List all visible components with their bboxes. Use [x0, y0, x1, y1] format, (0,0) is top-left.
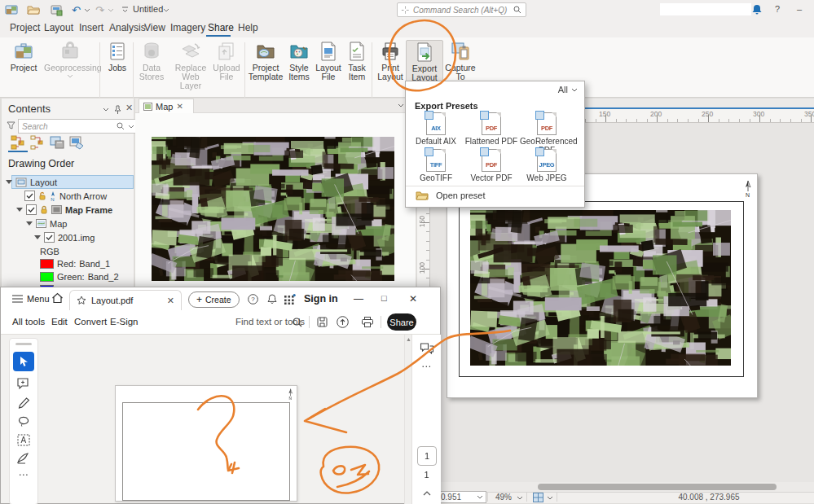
map-frame-border[interactable] [459, 201, 744, 377]
view-tab-map-series[interactable] [68, 134, 85, 151]
undo-button[interactable]: ↶ [72, 4, 81, 16]
upload-cloud-icon[interactable] [337, 316, 349, 328]
fill-sign-tool-icon[interactable] [17, 453, 30, 464]
contents-search-input[interactable]: Search [18, 119, 139, 134]
notification-bell-icon[interactable] [751, 4, 763, 15]
tree-item-layout[interactable]: Layout [11, 175, 134, 189]
close-tab-icon[interactable]: ✕ [176, 102, 183, 111]
preset-flattened-pdf[interactable]: PDF Flattened PDF [464, 112, 518, 146]
tab-list-chevron-icon[interactable] [398, 103, 404, 107]
save-project-icon[interactable] [5, 3, 18, 16]
package-project-icon[interactable] [50, 3, 63, 16]
north-arrow-element[interactable]: N [744, 180, 752, 198]
redo-button[interactable]: ↷ [95, 4, 104, 16]
title-chevron-icon[interactable] [163, 8, 169, 12]
tree-item-map-frame[interactable]: Map Frame [16, 204, 112, 216]
jobs-button[interactable]: Jobs [103, 40, 132, 90]
print-icon[interactable] [362, 317, 373, 327]
lasso-tool-icon[interactable] [18, 416, 30, 427]
pdf-page[interactable]: N [115, 385, 297, 502]
map-satellite-imagery[interactable] [152, 137, 394, 281]
tab-imagery[interactable]: Imagery [170, 22, 205, 33]
visibility-checkbox[interactable] [44, 232, 55, 243]
close-tab-icon[interactable]: ✕ [167, 296, 174, 306]
collapse-caret-icon[interactable] [16, 208, 23, 212]
minimize-button[interactable]: – [797, 4, 802, 14]
close-window-button[interactable]: ✕ [409, 293, 417, 305]
map-view-tab[interactable]: Map ✕ [139, 99, 194, 113]
more-tools-icon[interactable]: ⋯ [19, 469, 29, 480]
rail-drag-handle[interactable] [15, 343, 32, 345]
unlocked-icon[interactable] [38, 191, 46, 200]
locked-icon[interactable] [40, 205, 48, 214]
print-layout-button[interactable]: Print Layout [375, 40, 406, 90]
visibility-checkbox[interactable] [26, 204, 37, 215]
reference-scale-combo[interactable]: 0.951 [438, 491, 486, 503]
help-button[interactable]: ? [775, 4, 780, 14]
maximize-window-button[interactable]: □ [381, 293, 387, 303]
pages-chevron-icon[interactable] [547, 496, 553, 500]
open-preset-item[interactable]: Open preset [416, 191, 486, 200]
preset-geotiff[interactable]: TIFF GeoTIFF [409, 149, 463, 182]
search-icon[interactable] [293, 318, 302, 327]
undo-chevron-icon[interactable] [84, 8, 90, 12]
open-project-icon[interactable] [27, 3, 40, 16]
qat-customize-icon[interactable] [121, 7, 129, 13]
collapse-caret-icon[interactable] [26, 221, 33, 226]
comment-tool-icon[interactable] [17, 378, 30, 390]
task-item-button[interactable]: Task Item [344, 40, 370, 90]
sign-in-button[interactable]: Sign in [304, 293, 338, 305]
visibility-checkbox[interactable] [24, 191, 35, 201]
layout-file-button[interactable]: Layout File [313, 40, 344, 90]
previous-page-icon[interactable] [423, 491, 431, 496]
edit-menu[interactable]: Edit [51, 317, 68, 327]
layout-pages-icon[interactable] [533, 493, 543, 502]
project-template-button[interactable]: Project Template [246, 40, 285, 90]
view-tab-drawing-order[interactable] [10, 134, 26, 151]
comments-panel-icon[interactable] [420, 343, 433, 355]
zoom-level[interactable]: 49% [495, 493, 512, 502]
view-tab-selection[interactable] [29, 134, 46, 151]
collapse-caret-icon[interactable] [6, 180, 12, 184]
tab-view[interactable]: View [144, 22, 165, 33]
menu-label[interactable]: Menu [27, 294, 50, 304]
layout-horizontal-scrollbar[interactable] [429, 482, 814, 492]
hamburger-menu-icon[interactable] [12, 295, 23, 303]
current-page-input[interactable]: 1 [417, 446, 437, 466]
tree-item-map[interactable]: Map [26, 217, 67, 230]
preset-filter-dropdown[interactable]: All [558, 85, 578, 94]
tree-item-2001-img[interactable]: 2001.img [34, 231, 95, 243]
convert-menu[interactable]: Convert [74, 317, 107, 327]
text-box-tool-icon[interactable]: A [17, 434, 30, 446]
tab-analysis[interactable]: Analysis [109, 22, 146, 33]
share-button[interactable]: Share [387, 313, 416, 331]
preset-vector-pdf[interactable]: PDF Vector PDF [464, 149, 518, 182]
geoprocessing-button[interactable]: Geoprocessing [44, 40, 96, 90]
layout-map-imagery[interactable] [470, 210, 731, 366]
replace-web-layer-button[interactable]: Replace Web Layer [170, 40, 211, 90]
filter-icon[interactable] [7, 121, 15, 130]
command-search-input[interactable]: Command Search (Alt+Q) [397, 2, 526, 17]
app-grid-icon[interactable] [284, 294, 296, 305]
preset-web-jpeg[interactable]: JPEG Web JPEG [520, 149, 574, 182]
tab-insert[interactable]: Insert [79, 22, 103, 33]
view-tab-layout-elements[interactable] [49, 134, 65, 151]
tab-layout[interactable]: Layout [44, 22, 73, 33]
pencil-tool-icon[interactable] [18, 397, 30, 410]
document-tab[interactable]: Layout.pdf ✕ [69, 290, 182, 310]
tab-project[interactable]: Project [10, 22, 40, 33]
scrollbar-thumb[interactable] [538, 484, 777, 490]
star-icon[interactable] [77, 296, 86, 305]
tab-help[interactable]: Help [238, 22, 258, 33]
notifications-bell-icon[interactable] [267, 294, 277, 305]
home-icon[interactable] [51, 292, 64, 304]
minimize-window-button[interactable]: — [354, 293, 363, 305]
redo-chevron-icon[interactable] [108, 8, 114, 12]
create-button[interactable]: + Create [188, 291, 240, 308]
panel-menu-chevron-icon[interactable] [103, 107, 109, 112]
scroll-up-icon[interactable]: ▲ [406, 336, 411, 342]
all-tools-menu[interactable]: All tools [12, 317, 45, 327]
project-button[interactable]: Project [5, 40, 42, 90]
more-panels-icon[interactable]: ⋯ [421, 361, 432, 372]
tab-share[interactable]: Share [208, 22, 234, 33]
